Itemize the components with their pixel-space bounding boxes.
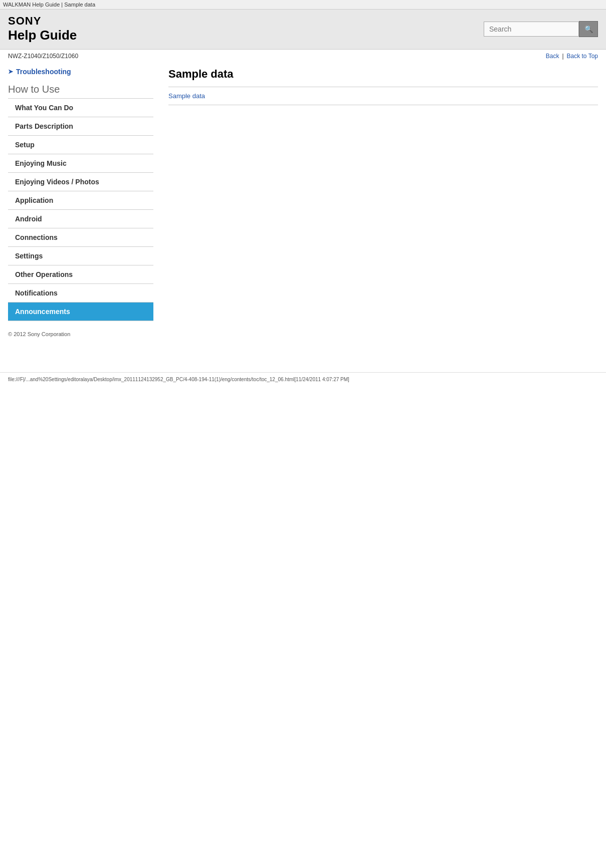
footer-copyright: © 2012 Sony Corporation bbox=[8, 331, 153, 337]
title-bar-text: WALKMAN Help Guide | Sample data bbox=[3, 2, 95, 8]
troubleshooting-link[interactable]: ➤ Troubleshooting bbox=[8, 68, 153, 76]
sidebar-item-enjoying-videos-photos[interactable]: Enjoying Videos / Photos bbox=[8, 173, 153, 191]
sidebar-item-enjoying-music[interactable]: Enjoying Music bbox=[8, 154, 153, 173]
page-footer: file:///F|/...and%20Settings/editoralaya… bbox=[0, 372, 606, 386]
page-footer-text: file:///F|/...and%20Settings/editoralaya… bbox=[8, 377, 349, 382]
sidebar-item-what-you-can-do[interactable]: What You Can Do bbox=[8, 99, 153, 117]
content-divider bbox=[168, 87, 598, 87]
how-to-use-label: How to Use bbox=[8, 84, 153, 95]
sub-header: NWZ-Z1040/Z1050/Z1060 Back | Back to Top bbox=[0, 50, 606, 63]
nav-separator: | bbox=[562, 53, 563, 60]
sidebar-item-announcements[interactable]: Announcements bbox=[8, 303, 153, 321]
help-guide-title: Help Guide bbox=[8, 28, 77, 43]
main-layout: ➤ Troubleshooting How to Use What You Ca… bbox=[0, 63, 606, 342]
sidebar-item-notifications[interactable]: Notifications bbox=[8, 284, 153, 303]
back-link[interactable]: Back bbox=[546, 53, 559, 60]
content-area: Sample data Sample data bbox=[158, 68, 598, 337]
sample-data-link[interactable]: Sample data bbox=[168, 92, 205, 100]
content-bottom-divider bbox=[168, 105, 598, 105]
logo-area: SONY Help Guide bbox=[8, 15, 77, 43]
sidebar-item-settings[interactable]: Settings bbox=[8, 247, 153, 265]
sidebar-item-android[interactable]: Android bbox=[8, 210, 153, 228]
nav-links: Back | Back to Top bbox=[546, 53, 598, 60]
sidebar-item-parts-description[interactable]: Parts Description bbox=[8, 117, 153, 136]
model-number: NWZ-Z1040/Z1050/Z1060 bbox=[8, 53, 78, 60]
sidebar-item-other-operations[interactable]: Other Operations bbox=[8, 265, 153, 284]
search-icon: 🔍 bbox=[584, 25, 593, 33]
search-area: 🔍 bbox=[484, 21, 598, 37]
search-button[interactable]: 🔍 bbox=[579, 21, 598, 37]
header: SONY Help Guide 🔍 bbox=[0, 10, 606, 50]
sidebar: ➤ Troubleshooting How to Use What You Ca… bbox=[8, 68, 158, 337]
content-title: Sample data bbox=[168, 68, 598, 81]
sidebar-item-application[interactable]: Application bbox=[8, 191, 153, 210]
sidebar-item-connections[interactable]: Connections bbox=[8, 228, 153, 247]
back-to-top-link[interactable]: Back to Top bbox=[567, 53, 598, 60]
search-input[interactable] bbox=[484, 22, 579, 37]
title-bar: WALKMAN Help Guide | Sample data bbox=[0, 0, 606, 10]
sony-logo: SONY bbox=[8, 15, 77, 28]
sidebar-item-setup[interactable]: Setup bbox=[8, 136, 153, 154]
troubleshooting-label: Troubleshooting bbox=[16, 68, 71, 76]
chevron-right-icon: ➤ bbox=[8, 68, 13, 75]
